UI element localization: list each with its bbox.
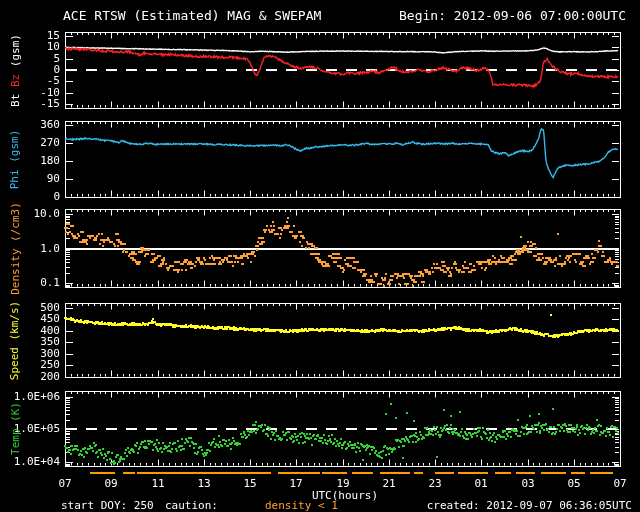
panel-ylabel-text: Density (/cm3): [9, 202, 22, 295]
x-tick-label: 05: [561, 477, 587, 490]
page-title: ACE RTSW (Estimated) MAG & SWEPAM: [63, 8, 321, 23]
panel-ylabel-text: Speed (km/s): [9, 300, 22, 379]
x-tick-label: 15: [237, 477, 263, 490]
x-tick-label: 03: [515, 477, 541, 490]
panel-ylabel: Phi (gsm): [2, 121, 28, 197]
x-tick-label: 13: [191, 477, 217, 490]
x-tick-label: 11: [145, 477, 171, 490]
x-tick-label: 23: [422, 477, 448, 490]
panel-ylabel: Speed (km/s): [2, 303, 28, 377]
x-tick-label: 07: [607, 477, 633, 490]
caution-label: caution:: [165, 499, 218, 512]
panel-ylabel-text: Bt Bz (gsm): [9, 34, 22, 107]
x-tick-label: 17: [283, 477, 309, 490]
panel-ylabel-text: Phi (gsm): [9, 129, 22, 189]
start-doy-label: start DOY: 250: [61, 499, 154, 512]
created-timestamp: created: 2012-09-07 06:36:05UTC: [427, 499, 632, 512]
x-tick-label: 21: [376, 477, 402, 490]
begin-timestamp: Begin: 2012-09-06 07:00:00UTC: [399, 8, 626, 23]
x-tick-label: 01: [468, 477, 494, 490]
panel-ylabel-text: Temp (K): [9, 402, 22, 455]
ace-rtsw-plot: ACE RTSW (Estimated) MAG & SWEPAM Begin:…: [0, 0, 640, 512]
caution-value: density < 1: [265, 499, 338, 512]
panel-ylabel: Temp (K): [2, 391, 28, 466]
panel-ylabel: Bt Bz (gsm): [2, 32, 28, 108]
x-tick-label: 07: [52, 477, 78, 490]
x-tick-label: 19: [330, 477, 356, 490]
x-tick-label: 09: [98, 477, 124, 490]
plot-canvas: [0, 0, 640, 512]
panel-ylabel: Density (/cm3): [2, 209, 28, 287]
